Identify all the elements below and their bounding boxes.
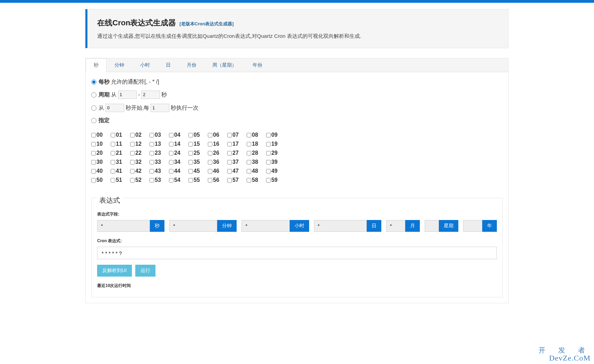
input-period-end[interactable] — [141, 91, 160, 99]
checkbox-input[interactable] — [111, 151, 115, 155]
second-checkbox-12[interactable]: 12 — [130, 141, 148, 147]
checkbox-input[interactable] — [111, 160, 115, 164]
checkbox-input[interactable] — [227, 160, 232, 164]
second-checkbox-11[interactable]: 11 — [111, 141, 129, 147]
tab-week[interactable]: 周（星期） — [204, 58, 245, 72]
checkbox-input[interactable] — [247, 169, 251, 173]
checkbox-input[interactable] — [169, 142, 173, 146]
second-checkbox-26[interactable]: 26 — [208, 150, 226, 156]
second-checkbox-48[interactable]: 48 — [247, 168, 265, 174]
input-period-start[interactable] — [118, 91, 137, 99]
second-checkbox-45[interactable]: 45 — [188, 168, 206, 174]
checkbox-input[interactable] — [130, 178, 135, 183]
second-checkbox-31[interactable]: 31 — [111, 159, 129, 165]
second-checkbox-33[interactable]: 33 — [150, 159, 168, 165]
tab-year[interactable]: 年份 — [245, 58, 270, 72]
checkbox-input[interactable] — [208, 178, 212, 183]
second-checkbox-10[interactable]: 10 — [91, 141, 109, 147]
second-checkbox-02[interactable]: 02 — [130, 132, 148, 138]
second-checkbox-17[interactable]: 17 — [227, 141, 245, 147]
input-interval-start[interactable] — [105, 104, 124, 112]
second-checkbox-47[interactable]: 47 — [227, 168, 245, 174]
second-checkbox-53[interactable]: 53 — [150, 177, 168, 183]
checkbox-input[interactable] — [227, 178, 232, 183]
second-checkbox-01[interactable]: 01 — [111, 132, 129, 138]
checkbox-input[interactable] — [208, 169, 212, 173]
checkbox-input[interactable] — [247, 160, 251, 164]
second-checkbox-08[interactable]: 08 — [247, 132, 265, 138]
old-version-link[interactable]: [老版本Cron表达式生成器] — [179, 21, 234, 26]
radio-period[interactable] — [91, 92, 96, 98]
checkbox-input[interactable] — [247, 178, 251, 183]
checkbox-input[interactable] — [208, 160, 212, 164]
second-checkbox-57[interactable]: 57 — [227, 177, 245, 183]
checkbox-input[interactable] — [169, 133, 173, 137]
checkbox-input[interactable] — [130, 160, 135, 164]
second-checkbox-14[interactable]: 14 — [169, 141, 187, 147]
second-checkbox-03[interactable]: 03 — [150, 132, 168, 138]
checkbox-input[interactable] — [227, 151, 232, 155]
checkbox-input[interactable] — [150, 178, 154, 183]
parse-to-ui-button[interactable]: 反解析到UI — [97, 265, 132, 277]
checkbox-input[interactable] — [266, 133, 271, 137]
checkbox-input[interactable] — [169, 169, 173, 173]
second-checkbox-19[interactable]: 19 — [266, 141, 284, 147]
second-checkbox-22[interactable]: 22 — [130, 150, 148, 156]
second-checkbox-41[interactable]: 41 — [111, 168, 129, 174]
second-checkbox-23[interactable]: 23 — [150, 150, 168, 156]
checkbox-input[interactable] — [130, 169, 135, 173]
checkbox-input[interactable] — [208, 133, 212, 137]
checkbox-input[interactable] — [227, 169, 232, 173]
second-checkbox-39[interactable]: 39 — [266, 159, 284, 165]
second-checkbox-36[interactable]: 36 — [208, 159, 226, 165]
checkbox-input[interactable] — [130, 133, 135, 137]
second-checkbox-21[interactable]: 21 — [111, 150, 129, 156]
checkbox-input[interactable] — [91, 133, 96, 137]
field-input-秒[interactable] — [97, 220, 150, 232]
checkbox-input[interactable] — [247, 133, 251, 137]
tab-seconds[interactable]: 秒 — [86, 58, 107, 72]
second-checkbox-40[interactable]: 40 — [91, 168, 109, 174]
second-checkbox-59[interactable]: 59 — [266, 177, 284, 183]
checkbox-input[interactable] — [169, 151, 173, 155]
second-checkbox-52[interactable]: 52 — [130, 177, 148, 183]
second-checkbox-20[interactable]: 20 — [91, 150, 109, 156]
second-checkbox-54[interactable]: 54 — [169, 177, 187, 183]
tab-minutes[interactable]: 分钟 — [107, 58, 132, 72]
second-checkbox-29[interactable]: 29 — [266, 150, 284, 156]
second-checkbox-25[interactable]: 25 — [188, 150, 206, 156]
checkbox-input[interactable] — [266, 178, 271, 183]
checkbox-input[interactable] — [111, 178, 115, 183]
checkbox-input[interactable] — [266, 169, 271, 173]
checkbox-input[interactable] — [188, 151, 193, 155]
second-checkbox-38[interactable]: 38 — [247, 159, 265, 165]
second-checkbox-35[interactable]: 35 — [188, 159, 206, 165]
checkbox-input[interactable] — [188, 133, 193, 137]
second-checkbox-27[interactable]: 27 — [227, 150, 245, 156]
second-checkbox-18[interactable]: 18 — [247, 141, 265, 147]
checkbox-input[interactable] — [188, 169, 193, 173]
second-checkbox-50[interactable]: 50 — [91, 177, 109, 183]
checkbox-input[interactable] — [91, 178, 96, 183]
second-checkbox-30[interactable]: 30 — [91, 159, 109, 165]
checkbox-input[interactable] — [208, 151, 212, 155]
cron-expression-input[interactable] — [97, 247, 497, 259]
checkbox-input[interactable] — [150, 133, 154, 137]
checkbox-input[interactable] — [227, 142, 232, 146]
checkbox-input[interactable] — [130, 151, 135, 155]
second-checkbox-44[interactable]: 44 — [169, 168, 187, 174]
checkbox-input[interactable] — [150, 142, 154, 146]
second-checkbox-56[interactable]: 56 — [208, 177, 226, 183]
second-checkbox-16[interactable]: 16 — [208, 141, 226, 147]
second-checkbox-05[interactable]: 05 — [188, 132, 206, 138]
second-checkbox-32[interactable]: 32 — [130, 159, 148, 165]
checkbox-input[interactable] — [150, 169, 154, 173]
checkbox-input[interactable] — [150, 160, 154, 164]
second-checkbox-28[interactable]: 28 — [247, 150, 265, 156]
checkbox-input[interactable] — [169, 178, 173, 183]
second-checkbox-06[interactable]: 06 — [208, 132, 226, 138]
checkbox-input[interactable] — [266, 160, 271, 164]
checkbox-input[interactable] — [266, 142, 271, 146]
second-checkbox-58[interactable]: 58 — [247, 177, 265, 183]
second-checkbox-09[interactable]: 09 — [266, 132, 284, 138]
